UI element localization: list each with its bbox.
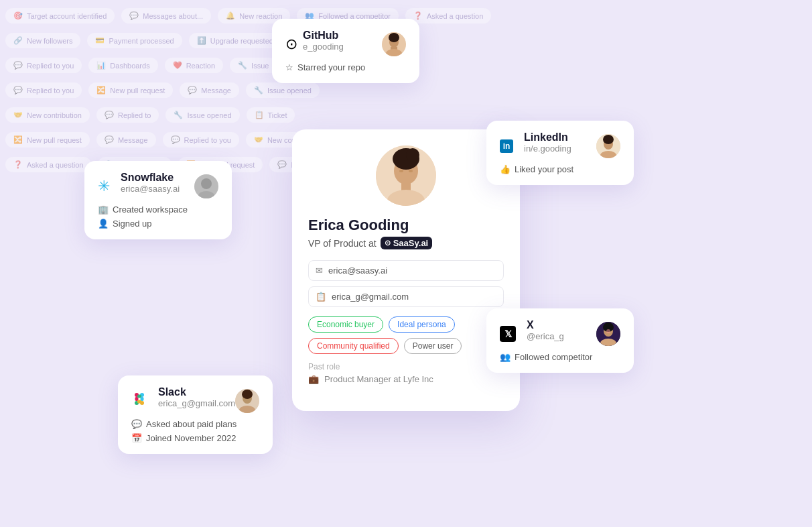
snowflake-icon: ✳ bbox=[98, 178, 110, 195]
workspace-icon: 🏢 bbox=[98, 204, 109, 215]
thumbs-up-icon: 👍 bbox=[500, 164, 511, 174]
svg-point-15 bbox=[603, 135, 614, 144]
slack-username: erica_g@gmail.com bbox=[158, 398, 235, 408]
star-icon: ☆ bbox=[285, 62, 293, 72]
github-username: e_gooding bbox=[303, 42, 344, 52]
github-icon: ⊙ bbox=[285, 36, 297, 53]
linkedin-card: in LinkedIn in/e.gooding 👍 Liked your po… bbox=[486, 121, 634, 185]
send-icon: ✉ bbox=[316, 266, 323, 276]
linkedin-avatar bbox=[596, 134, 620, 158]
company-badge: ⊙ SaaSy.ai bbox=[381, 237, 433, 249]
profile-title: VP of Product at ⊙ SaaSy.ai bbox=[308, 237, 504, 249]
github-action: ☆ Starred your repo bbox=[285, 62, 406, 72]
tag-power-user: Power user bbox=[404, 338, 462, 354]
past-role-label: Past role bbox=[308, 362, 504, 371]
tag-community-qualified: Community qualified bbox=[308, 338, 399, 354]
github-title: GitHub bbox=[303, 30, 344, 42]
x-avatar bbox=[596, 322, 620, 346]
svg-point-6 bbox=[399, 170, 403, 172]
snowflake-title: Snowflake bbox=[121, 172, 180, 184]
x-action: 👥 Followed competitor bbox=[500, 352, 620, 362]
linkedin-title: LinkedIn bbox=[524, 131, 571, 143]
avatar bbox=[376, 145, 436, 206]
calendar-icon: 📅 bbox=[131, 433, 142, 443]
svg-point-18 bbox=[201, 178, 212, 189]
profile-card: Erica Gooding VP of Product at ⊙ SaaSy.a… bbox=[292, 129, 520, 411]
snowflake-card: ✳ Snowflake erica@saasy.ai 🏢 Created wor… bbox=[84, 161, 232, 239]
linkedin-icon: in bbox=[500, 139, 513, 153]
email-work: ✉ erica@saasy.ai bbox=[308, 260, 504, 281]
x-title: X bbox=[527, 319, 564, 331]
briefcase-icon: 💼 bbox=[308, 374, 319, 384]
x-username: @erica_g bbox=[527, 331, 564, 341]
svg-rect-31 bbox=[137, 394, 141, 398]
profile-name: Erica Gooding bbox=[308, 217, 504, 234]
snowflake-action2: 👤 Signed up bbox=[98, 219, 218, 229]
svg-point-24 bbox=[606, 329, 610, 333]
slack-icon bbox=[131, 391, 147, 411]
linkedin-action: 👍 Liked your post bbox=[500, 164, 620, 174]
slack-avatar bbox=[235, 389, 259, 413]
svg-point-35 bbox=[242, 390, 253, 399]
slack-card: Slack erica_g@gmail.com 💬 Asked about pa… bbox=[118, 375, 273, 454]
email-icon: 📋 bbox=[316, 292, 326, 302]
tags-row: Economic buyer Ideal persona Community q… bbox=[308, 316, 504, 354]
main-overlay: Erica Gooding VP of Product at ⊙ SaaSy.a… bbox=[0, 0, 812, 527]
linkedin-username: in/e.gooding bbox=[524, 143, 571, 154]
svg-point-12 bbox=[389, 33, 399, 42]
chat-icon: 💬 bbox=[131, 419, 142, 429]
svg-point-5 bbox=[406, 148, 419, 162]
signup-icon: 👤 bbox=[98, 219, 109, 229]
slack-action2: 📅 Joined November 2022 bbox=[131, 433, 259, 443]
email-personal: 📋 erica_g@gmail.com bbox=[308, 286, 504, 307]
github-avatar bbox=[382, 32, 406, 56]
past-role-item: 💼 Product Manager at Lyfe Inc bbox=[308, 374, 504, 384]
tag-economic-buyer: Economic buyer bbox=[308, 316, 383, 333]
github-card: ⊙ GitHub e_gooding ☆ Starred your repo bbox=[272, 19, 419, 83]
slack-title: Slack bbox=[158, 386, 235, 398]
tag-ideal-persona: Ideal persona bbox=[389, 316, 455, 333]
snowflake-username: erica@saasy.ai bbox=[121, 184, 180, 194]
x-card: 𝕏 X @erica_g 👥 Followed competito bbox=[486, 308, 634, 373]
svg-point-7 bbox=[409, 170, 413, 172]
x-icon: 𝕏 bbox=[500, 326, 516, 342]
follow-icon: 👥 bbox=[500, 352, 511, 362]
snowflake-avatar bbox=[194, 174, 218, 198]
snowflake-action1: 🏢 Created workspace bbox=[98, 204, 218, 215]
svg-rect-2 bbox=[401, 182, 411, 190]
svg-rect-32 bbox=[137, 400, 141, 403]
slack-action1: 💬 Asked about paid plans bbox=[131, 419, 259, 429]
